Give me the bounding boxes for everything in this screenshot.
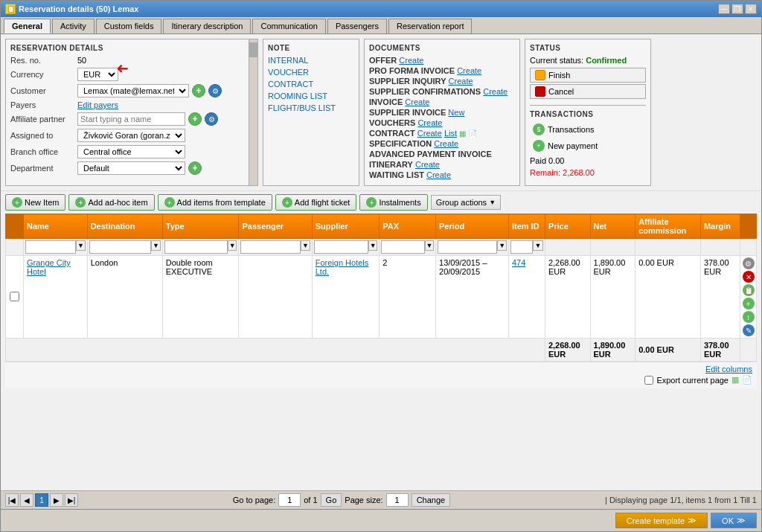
export-csv-icon[interactable]: 📄	[742, 375, 752, 385]
currency-select[interactable]: EUR USD	[77, 68, 118, 81]
supplier-link[interactable]: Foreign Hotels Ltd.	[316, 258, 369, 276]
affiliate-partner-input[interactable]	[77, 112, 185, 126]
tab-custom-fields[interactable]: Custom fields	[96, 19, 162, 33]
scrollbar-thumb[interactable]	[249, 42, 257, 57]
col-affiliate-header[interactable]: Affiliate commission	[635, 214, 701, 239]
filter-name-btn[interactable]: ▼	[76, 240, 85, 251]
prev-page-btn[interactable]: ◀	[20, 493, 33, 507]
doc-supplier-inquiry-create[interactable]: Create	[449, 77, 473, 86]
tab-passengers[interactable]: Passengers	[327, 19, 387, 33]
department-select[interactable]: Default	[77, 161, 185, 175]
department-add-btn[interactable]: +	[188, 161, 202, 175]
last-page-btn[interactable]: ▶|	[65, 493, 78, 507]
filter-pax[interactable]	[381, 240, 425, 254]
assigned-to-select[interactable]: Živković Goran (goran.zivk...	[77, 129, 185, 142]
doc-waiting-create[interactable]: Create	[426, 170, 451, 179]
itemid-link[interactable]: 474	[512, 258, 525, 267]
restore-btn[interactable]: ❐	[731, 4, 743, 14]
doc-supplier-conf-create[interactable]: Create	[483, 87, 508, 96]
cancel-btn[interactable]: Cancel	[530, 84, 646, 99]
tab-activity[interactable]: Activity	[52, 19, 95, 33]
change-btn[interactable]: Change	[412, 493, 451, 507]
doc-offer-create[interactable]: Create	[399, 56, 423, 65]
row-checkbox[interactable]	[10, 292, 19, 301]
note-rooming-link[interactable]: ROOMING LIST	[268, 92, 354, 100]
filter-period-btn[interactable]: ▼	[497, 240, 506, 251]
add-flight-btn[interactable]: + Add flight ticket	[275, 194, 357, 211]
transactions-btn[interactable]: $ Transactions	[530, 122, 646, 137]
tab-general[interactable]: General	[4, 19, 51, 33]
affiliate-add-btn[interactable]: +	[188, 112, 202, 126]
filter-pass-btn[interactable]: ▼	[301, 240, 310, 251]
group-actions-btn[interactable]: Group actions ▼	[431, 195, 501, 210]
tab-itinerary-description[interactable]: Itinerary description	[163, 19, 251, 33]
col-itemid-header[interactable]: Item ID	[508, 214, 545, 239]
filter-id-btn[interactable]: ▼	[533, 240, 543, 251]
page-number-input[interactable]	[278, 493, 301, 507]
affiliate-settings-btn[interactable]: ⚙	[205, 112, 218, 126]
filter-type[interactable]	[164, 240, 228, 254]
edit-payers-link[interactable]: Edit payers	[77, 100, 118, 109]
filter-type-btn[interactable]: ▼	[228, 240, 237, 251]
doc-spec-create[interactable]: Create	[434, 139, 458, 148]
doc-vouchers-create[interactable]: Create	[417, 118, 442, 127]
instalments-btn[interactable]: + Instalments	[359, 194, 427, 211]
customer-select[interactable]: Lemax (mate@lemax.net). ;	[77, 84, 189, 97]
tab-communication[interactable]: Communication	[252, 19, 325, 33]
filter-pax-btn[interactable]: ▼	[425, 240, 434, 251]
filter-sup-btn[interactable]: ▼	[368, 240, 377, 251]
note-internal-link[interactable]: INTERNAL	[268, 56, 354, 65]
filter-passenger[interactable]	[240, 240, 301, 254]
customer-add-btn[interactable]: +	[192, 84, 205, 97]
filter-period[interactable]	[438, 240, 497, 254]
minimize-btn[interactable]: —	[718, 4, 730, 14]
doc-supplier-invoice-new[interactable]: New	[448, 108, 464, 117]
col-price-header[interactable]: Price	[545, 214, 590, 239]
doc-itinerary-create[interactable]: Create	[415, 160, 440, 169]
filter-name[interactable]	[25, 240, 76, 254]
col-margin-header[interactable]: Margin	[700, 214, 740, 239]
filter-supplier[interactable]	[314, 240, 368, 254]
new-payment-btn[interactable]: + New payment	[530, 138, 646, 153]
doc-proforma-create[interactable]: Create	[457, 66, 481, 75]
col-type-header[interactable]: Type	[162, 214, 239, 239]
page-1-btn[interactable]: 1	[35, 493, 48, 507]
ok-btn[interactable]: OK ≫	[711, 513, 757, 528]
doc-contract-create[interactable]: Create	[417, 129, 442, 138]
add-from-template-btn[interactable]: + Add items from template	[158, 194, 272, 211]
go-btn[interactable]: Go	[321, 493, 342, 507]
row-up-icon[interactable]: +	[743, 298, 755, 310]
row-edit-icon[interactable]: ✎	[743, 324, 755, 336]
col-supplier-header[interactable]: Supplier	[312, 214, 380, 239]
col-net-header[interactable]: Net	[590, 214, 635, 239]
hotel-name-link[interactable]: Grange City Hotel	[27, 258, 71, 276]
branch-office-select[interactable]: Central office	[77, 145, 185, 158]
edit-columns-link[interactable]: Edit columns	[10, 365, 752, 374]
row-settings-icon[interactable]: ⚙	[743, 257, 755, 269]
new-item-btn[interactable]: + New Item	[5, 194, 65, 211]
col-destination-header[interactable]: Destination	[87, 214, 162, 239]
doc-contract-list[interactable]: List	[444, 129, 457, 138]
row-delete-icon[interactable]: ✕	[743, 271, 755, 283]
col-passenger-header[interactable]: Passenger	[239, 214, 312, 239]
row-down-icon[interactable]: ↕	[743, 311, 755, 323]
filter-dest-btn[interactable]: ▼	[151, 240, 161, 251]
add-adhoc-btn[interactable]: + Add ad-hoc item	[68, 194, 154, 211]
col-period-header[interactable]: Period	[436, 214, 509, 239]
first-page-btn[interactable]: |◀	[5, 493, 19, 507]
next-page-btn[interactable]: ▶	[50, 493, 63, 507]
close-btn[interactable]: ✕	[745, 4, 757, 14]
create-template-btn[interactable]: Create template ≫	[615, 513, 708, 528]
tab-reservation-report[interactable]: Reservation report	[388, 19, 473, 33]
filter-destination[interactable]	[89, 240, 152, 254]
note-flight-link[interactable]: FLIGHT/BUS LIST	[268, 103, 354, 112]
page-size-input[interactable]	[386, 493, 409, 507]
col-name-header[interactable]: Name	[24, 214, 88, 239]
row-copy-icon[interactable]: 📋	[743, 284, 755, 296]
finish-btn[interactable]: Finish	[530, 68, 646, 83]
note-contract-link[interactable]: CONTRACT	[268, 80, 354, 89]
col-pax-header[interactable]: PAX	[380, 214, 436, 239]
export-checkbox[interactable]	[644, 376, 653, 385]
customer-settings-btn[interactable]: ⚙	[208, 84, 222, 97]
filter-itemid[interactable]	[510, 240, 533, 254]
